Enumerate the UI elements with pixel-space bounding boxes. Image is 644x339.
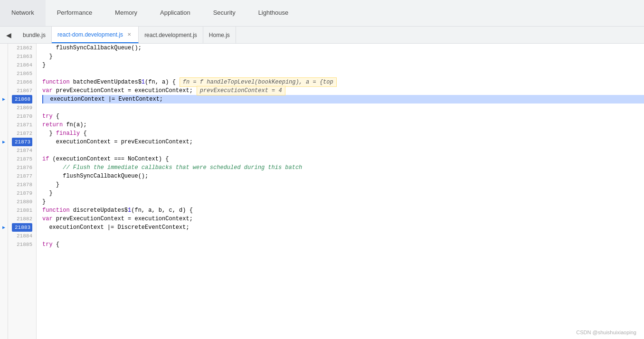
line-number: 21865 [12,69,32,78]
code-line: executionContext |= EventContext; [42,95,644,104]
tab-network[interactable]: Network [0,0,46,26]
code-line: flushSyncCallbackQueue(); [42,44,644,52]
code-area: ▶▶▶ 218622186321864218652186621867218682… [0,44,644,339]
code-line: } finally { [42,129,644,138]
file-tab-label: react-dom.development.js [57,31,123,38]
watermark: CSDN @shuishuixiaoping [576,330,636,335]
file-tab-react-dom[interactable]: react-dom.development.js ✕ [52,27,139,43]
gutter-cell[interactable] [0,240,8,249]
file-tab-label: react.development.js [144,32,197,38]
gutter-cell[interactable]: ▶ [0,95,8,104]
code-line: return fn(a); [42,121,644,129]
line-numbers: 2186221863218642186521866218672186821869… [8,44,37,339]
line-number: 21873 [12,138,32,146]
file-tab-home[interactable]: Home.js [203,27,236,43]
back-button[interactable]: ◀ [2,28,15,42]
gutter-cell[interactable] [0,86,8,95]
nav-bar: Network Performance Memory Application S… [0,0,644,27]
gutter-cell[interactable] [0,172,8,180]
code-line: if (executionContext === NoContext) { [42,155,644,163]
file-tabs-bar: ◀ bundle.js react-dom.development.js ✕ r… [0,27,644,44]
code-content[interactable]: flushSyncCallbackQueue(); }}function bat… [37,44,644,339]
gutter-cell[interactable] [0,61,8,69]
line-number: 21878 [12,180,32,189]
code-line: executionContext |= DiscreteEventContext… [42,223,644,232]
code-line: flushSyncCallbackQueue(); [42,172,644,180]
gutter-cell[interactable] [0,232,8,240]
code-line: var prevExecutionContext = executionCont… [42,86,644,95]
code-line: } [42,198,644,206]
gutter-cell[interactable] [0,112,8,121]
gutter-cell[interactable]: ▶ [0,138,8,146]
file-tab-bundle[interactable]: bundle.js [17,27,52,43]
code-line [42,69,644,78]
code-line [42,146,644,155]
gutter-cell[interactable] [0,215,8,223]
tab-performance[interactable]: Performance [46,0,104,26]
gutter-cell[interactable] [0,121,8,129]
tab-lighthouse[interactable]: Lighthouse [247,0,300,26]
line-number: 21877 [12,172,32,180]
gutter-cell[interactable] [0,146,8,155]
gutter-cell[interactable] [0,163,8,172]
file-tab-react[interactable]: react.development.js [139,27,203,43]
code-line: } [42,61,644,69]
line-number: 21882 [12,215,32,223]
file-tab-label: Home.js [209,32,230,38]
gutter-cell[interactable] [0,44,8,52]
line-number: 21862 [12,44,32,52]
gutter-cell[interactable] [0,52,8,61]
gutter-cell[interactable] [0,129,8,138]
gutter-cell[interactable] [0,69,8,78]
line-number: 21871 [12,121,32,129]
code-line: try { [42,240,644,249]
gutter-cell[interactable] [0,189,8,198]
line-number: 21863 [12,52,32,61]
close-tab-button[interactable]: ✕ [126,31,133,38]
gutter-cell[interactable] [0,206,8,215]
code-line: function discreteUpdates$1(fn, a, b, c, … [42,206,644,215]
code-line: executionContext = prevExecutionContext; [42,138,644,146]
gutter-cell[interactable]: ▶ [0,223,8,232]
line-number: 21885 [12,240,32,249]
line-number: 21867 [12,86,32,95]
gutter-cell[interactable] [0,104,8,112]
tab-security[interactable]: Security [202,0,247,26]
line-number: 21883 [12,223,32,232]
breakpoint-gutter: ▶▶▶ [0,44,8,339]
gutter-cell[interactable] [0,155,8,163]
code-line [42,232,644,240]
tab-memory[interactable]: Memory [104,0,149,26]
line-number: 21876 [12,163,32,172]
code-line: // Flush the immediate callbacks that we… [42,163,644,172]
inline-tooltip-2: prevExecutionContext = 4 [197,86,285,95]
tab-application[interactable]: Application [149,0,202,26]
line-number: 21872 [12,129,32,138]
line-number: 21881 [12,206,32,215]
gutter-cell[interactable] [0,78,8,86]
line-number: 21879 [12,189,32,198]
line-number: 21869 [12,104,32,112]
code-line: try { [42,112,644,121]
gutter-cell[interactable] [0,198,8,206]
code-line: } [42,180,644,189]
line-number: 21866 [12,78,32,86]
line-number: 21875 [12,155,32,163]
line-number: 21884 [12,232,32,240]
line-number: 21870 [12,112,32,121]
code-line: var prevExecutionContext = executionCont… [42,215,644,223]
line-number: 21868 [12,95,32,104]
code-line [42,104,644,112]
file-tab-label: bundle.js [23,32,46,38]
code-line: } [42,52,644,61]
inline-tooltip: fn = f handleTopLevel(bookKeeping), a = … [180,77,337,87]
line-number: 21880 [12,198,32,206]
gutter-cell[interactable] [0,180,8,189]
line-number: 21864 [12,61,32,69]
line-number: 21874 [12,146,32,155]
code-line: } [42,189,644,198]
code-line: function batchedEventUpdates$1(fn, a) {f… [42,78,644,86]
